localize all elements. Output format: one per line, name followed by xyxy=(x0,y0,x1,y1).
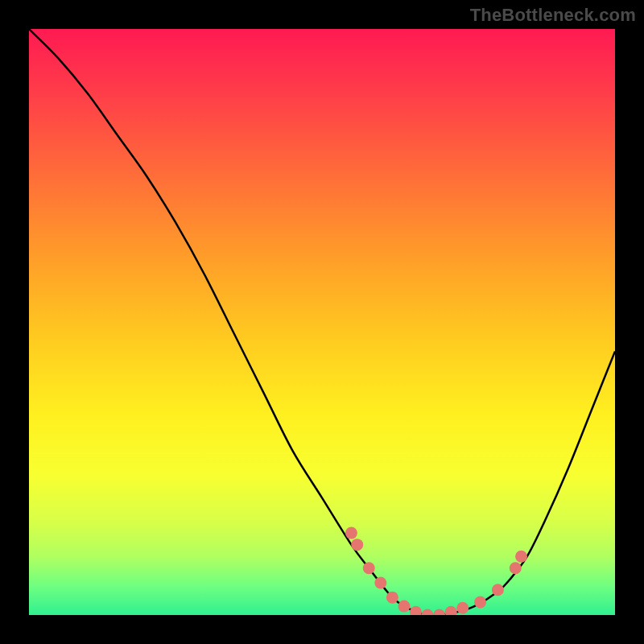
chart-frame: TheBottleneck.com xyxy=(0,0,644,644)
data-dot xyxy=(515,551,527,563)
data-dot xyxy=(474,596,486,608)
data-dots xyxy=(345,527,527,615)
data-dot xyxy=(422,609,434,616)
data-dot xyxy=(363,562,375,574)
bottleneck-curve xyxy=(29,29,615,615)
data-dot xyxy=(456,602,469,614)
data-dot xyxy=(351,539,363,551)
data-dot xyxy=(445,606,457,615)
curve-svg xyxy=(29,29,615,615)
plot-area xyxy=(29,29,615,615)
data-dot xyxy=(398,601,410,613)
data-dot xyxy=(433,609,445,616)
data-dot xyxy=(410,606,422,615)
data-dot xyxy=(374,576,386,588)
watermark-text: TheBottleneck.com xyxy=(470,5,636,26)
data-dot xyxy=(510,562,522,574)
data-dot xyxy=(386,592,398,604)
data-dot xyxy=(345,527,357,539)
data-dot xyxy=(492,584,504,596)
